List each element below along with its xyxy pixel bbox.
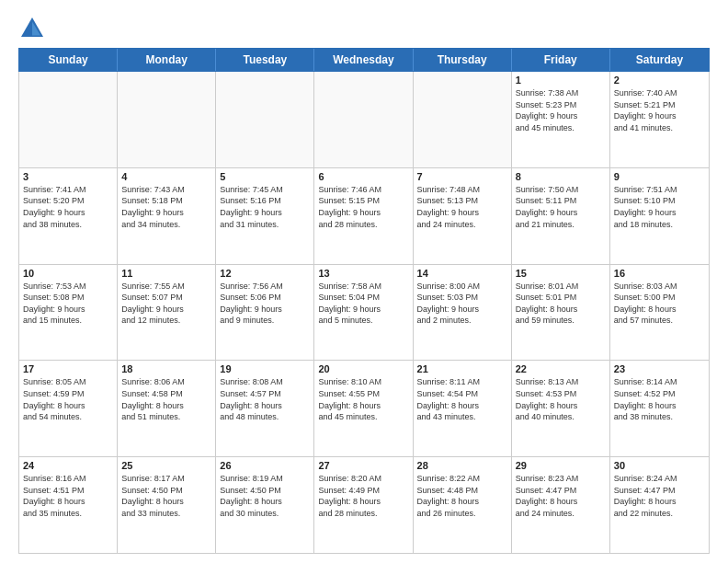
day-info: Sunrise: 7:58 AM Sunset: 5:04 PM Dayligh… [318, 281, 408, 327]
logo-icon [18, 15, 46, 42]
header-day-tuesday: Tuesday [216, 49, 314, 71]
day-info: Sunrise: 7:53 AM Sunset: 5:08 PM Dayligh… [23, 281, 113, 327]
day-info: Sunrise: 8:20 AM Sunset: 4:49 PM Dayligh… [318, 473, 408, 519]
day-info: Sunrise: 7:51 AM Sunset: 5:10 PM Dayligh… [614, 184, 705, 230]
cal-cell-day-15: 15Sunrise: 8:01 AM Sunset: 5:01 PM Dayli… [512, 265, 610, 361]
day-info: Sunrise: 7:48 AM Sunset: 5:13 PM Dayligh… [417, 184, 507, 230]
cal-cell-day-19: 19Sunrise: 8:08 AM Sunset: 4:57 PM Dayli… [216, 361, 314, 456]
header-day-monday: Monday [118, 49, 216, 71]
day-info: Sunrise: 8:11 AM Sunset: 4:54 PM Dayligh… [417, 376, 507, 422]
day-info: Sunrise: 8:17 AM Sunset: 4:50 PM Dayligh… [121, 473, 211, 519]
cal-cell-day-11: 11Sunrise: 7:55 AM Sunset: 5:07 PM Dayli… [118, 265, 216, 361]
cal-cell-day-2: 2Sunrise: 7:40 AM Sunset: 5:21 PM Daylig… [610, 72, 709, 167]
day-number: 25 [121, 460, 211, 471]
day-number: 3 [23, 171, 113, 182]
day-number: 1 [516, 75, 606, 86]
cal-cell-day-17: 17Sunrise: 8:05 AM Sunset: 4:59 PM Dayli… [19, 361, 118, 456]
day-info: Sunrise: 8:16 AM Sunset: 4:51 PM Dayligh… [23, 473, 113, 519]
day-number: 18 [121, 363, 211, 374]
cal-cell-day-5: 5Sunrise: 7:45 AM Sunset: 5:16 PM Daylig… [216, 168, 314, 264]
day-info: Sunrise: 7:45 AM Sunset: 5:16 PM Dayligh… [220, 184, 310, 230]
day-number: 8 [516, 171, 606, 182]
cal-cell-day-24: 24Sunrise: 8:16 AM Sunset: 4:51 PM Dayli… [19, 457, 118, 553]
logo [18, 15, 50, 42]
day-number: 13 [318, 268, 408, 279]
cal-cell-empty [314, 72, 413, 167]
cal-cell-day-14: 14Sunrise: 8:00 AM Sunset: 5:03 PM Dayli… [414, 265, 512, 361]
day-info: Sunrise: 7:40 AM Sunset: 5:21 PM Dayligh… [614, 87, 705, 133]
day-number: 30 [614, 460, 705, 471]
cal-cell-day-28: 28Sunrise: 8:22 AM Sunset: 4:48 PM Dayli… [414, 457, 512, 553]
cal-cell-day-6: 6Sunrise: 7:46 AM Sunset: 5:15 PM Daylig… [314, 168, 413, 264]
day-info: Sunrise: 7:43 AM Sunset: 5:18 PM Dayligh… [121, 184, 211, 230]
calendar-row-0: 1Sunrise: 7:38 AM Sunset: 5:23 PM Daylig… [19, 72, 709, 168]
day-info: Sunrise: 7:55 AM Sunset: 5:07 PM Dayligh… [121, 281, 211, 327]
day-info: Sunrise: 8:22 AM Sunset: 4:48 PM Dayligh… [417, 473, 507, 519]
day-number: 20 [318, 363, 408, 374]
calendar-header: SundayMondayTuesdayWednesdayThursdayFrid… [18, 48, 710, 72]
header-day-saturday: Saturday [610, 49, 709, 71]
day-number: 11 [121, 268, 211, 279]
cal-cell-day-26: 26Sunrise: 8:19 AM Sunset: 4:50 PM Dayli… [216, 457, 314, 553]
day-number: 10 [23, 268, 113, 279]
calendar-row-2: 10Sunrise: 7:53 AM Sunset: 5:08 PM Dayli… [19, 265, 709, 362]
cal-cell-day-3: 3Sunrise: 7:41 AM Sunset: 5:20 PM Daylig… [19, 168, 118, 264]
day-number: 27 [318, 460, 408, 471]
calendar-row-4: 24Sunrise: 8:16 AM Sunset: 4:51 PM Dayli… [19, 457, 709, 553]
day-number: 29 [516, 460, 606, 471]
cal-cell-day-1: 1Sunrise: 7:38 AM Sunset: 5:23 PM Daylig… [512, 72, 610, 167]
cal-cell-day-12: 12Sunrise: 7:56 AM Sunset: 5:06 PM Dayli… [216, 265, 314, 361]
cal-cell-day-8: 8Sunrise: 7:50 AM Sunset: 5:11 PM Daylig… [512, 168, 610, 264]
calendar-body: 1Sunrise: 7:38 AM Sunset: 5:23 PM Daylig… [18, 72, 710, 554]
cal-cell-day-21: 21Sunrise: 8:11 AM Sunset: 4:54 PM Dayli… [414, 361, 512, 456]
day-info: Sunrise: 8:00 AM Sunset: 5:03 PM Dayligh… [417, 281, 507, 327]
day-number: 2 [614, 75, 705, 86]
day-info: Sunrise: 7:41 AM Sunset: 5:20 PM Dayligh… [23, 184, 113, 230]
cal-cell-day-20: 20Sunrise: 8:10 AM Sunset: 4:55 PM Dayli… [314, 361, 413, 456]
header-day-wednesday: Wednesday [314, 49, 413, 71]
day-number: 4 [121, 171, 211, 182]
calendar: SundayMondayTuesdayWednesdayThursdayFrid… [18, 48, 710, 554]
day-number: 21 [417, 363, 507, 374]
header-day-thursday: Thursday [414, 49, 512, 71]
header-day-sunday: Sunday [19, 49, 118, 71]
day-info: Sunrise: 7:50 AM Sunset: 5:11 PM Dayligh… [516, 184, 606, 230]
day-info: Sunrise: 8:23 AM Sunset: 4:47 PM Dayligh… [516, 473, 606, 519]
cal-cell-day-9: 9Sunrise: 7:51 AM Sunset: 5:10 PM Daylig… [610, 168, 709, 264]
cal-cell-empty [118, 72, 216, 167]
cal-cell-day-10: 10Sunrise: 7:53 AM Sunset: 5:08 PM Dayli… [19, 265, 118, 361]
day-number: 26 [220, 460, 310, 471]
cal-cell-day-22: 22Sunrise: 8:13 AM Sunset: 4:53 PM Dayli… [512, 361, 610, 456]
day-number: 23 [614, 363, 705, 374]
day-number: 17 [23, 363, 113, 374]
cal-cell-day-23: 23Sunrise: 8:14 AM Sunset: 4:52 PM Dayli… [610, 361, 709, 456]
day-info: Sunrise: 8:06 AM Sunset: 4:58 PM Dayligh… [121, 376, 211, 422]
header [18, 15, 710, 42]
day-info: Sunrise: 8:13 AM Sunset: 4:53 PM Dayligh… [516, 376, 606, 422]
day-info: Sunrise: 8:01 AM Sunset: 5:01 PM Dayligh… [516, 281, 606, 327]
cal-cell-day-29: 29Sunrise: 8:23 AM Sunset: 4:47 PM Dayli… [512, 457, 610, 553]
header-day-friday: Friday [512, 49, 610, 71]
day-info: Sunrise: 8:03 AM Sunset: 5:00 PM Dayligh… [614, 281, 705, 327]
calendar-row-1: 3Sunrise: 7:41 AM Sunset: 5:20 PM Daylig… [19, 168, 709, 265]
page: SundayMondayTuesdayWednesdayThursdayFrid… [0, 0, 728, 563]
day-info: Sunrise: 8:14 AM Sunset: 4:52 PM Dayligh… [614, 376, 705, 422]
day-number: 19 [220, 363, 310, 374]
calendar-row-3: 17Sunrise: 8:05 AM Sunset: 4:59 PM Dayli… [19, 361, 709, 457]
day-number: 24 [23, 460, 113, 471]
day-info: Sunrise: 8:19 AM Sunset: 4:50 PM Dayligh… [220, 473, 310, 519]
cal-cell-empty [414, 72, 512, 167]
day-number: 6 [318, 171, 408, 182]
day-info: Sunrise: 8:10 AM Sunset: 4:55 PM Dayligh… [318, 376, 408, 422]
day-number: 5 [220, 171, 310, 182]
day-number: 12 [220, 268, 310, 279]
cal-cell-day-30: 30Sunrise: 8:24 AM Sunset: 4:47 PM Dayli… [610, 457, 709, 553]
day-info: Sunrise: 7:38 AM Sunset: 5:23 PM Dayligh… [516, 87, 606, 133]
cal-cell-day-16: 16Sunrise: 8:03 AM Sunset: 5:00 PM Dayli… [610, 265, 709, 361]
day-number: 16 [614, 268, 705, 279]
day-number: 7 [417, 171, 507, 182]
cal-cell-day-25: 25Sunrise: 8:17 AM Sunset: 4:50 PM Dayli… [118, 457, 216, 553]
cal-cell-day-13: 13Sunrise: 7:58 AM Sunset: 5:04 PM Dayli… [314, 265, 413, 361]
day-info: Sunrise: 7:46 AM Sunset: 5:15 PM Dayligh… [318, 184, 408, 230]
day-number: 22 [516, 363, 606, 374]
